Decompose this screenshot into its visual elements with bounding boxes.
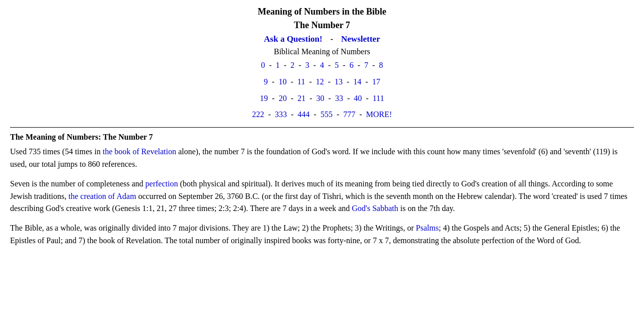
gods-sabbath-link[interactable]: God's Sabbath	[352, 204, 398, 213]
num-link-222[interactable]: 222	[252, 110, 264, 119]
creation-of-adam-link[interactable]: the creation of Adam	[68, 192, 136, 200]
perfection-link[interactable]: perfection	[145, 179, 178, 188]
numbers-row-3: 19 - 20 - 21 - 30 - 33 - 40 - 111	[10, 91, 634, 106]
num-link-7[interactable]: 7	[364, 61, 368, 69]
paragraph-2: Seven is the number of completeness and …	[10, 178, 634, 215]
paragraph-3: The Bible, as a whole, was originally di…	[10, 222, 634, 247]
num-link-6[interactable]: 6	[350, 61, 354, 69]
numbers-header: Biblical Meaning of Numbers	[10, 47, 634, 56]
newsletter-link[interactable]: Newsletter	[341, 34, 380, 44]
num-link-40[interactable]: 40	[354, 94, 362, 102]
num-link-111[interactable]: 111	[373, 94, 384, 102]
num-link-11[interactable]: 11	[297, 77, 305, 86]
ask-question-link[interactable]: Ask a Question!	[264, 34, 323, 44]
num-link-4[interactable]: 4	[320, 61, 324, 69]
num-link-1[interactable]: 1	[276, 61, 280, 69]
numbers-row-1: 0 - 1 - 2 - 3 - 4 - 5 - 6 - 7 - 8	[10, 58, 634, 73]
num-link-more[interactable]: MORE!	[366, 110, 392, 119]
numbers-row-2: 9 - 10 - 11 - 12 - 13 - 14 - 17	[10, 75, 634, 89]
num-link-21[interactable]: 21	[297, 94, 305, 102]
num-link-17[interactable]: 17	[372, 77, 380, 86]
num-link-333[interactable]: 333	[275, 110, 287, 119]
nav-separator: -	[329, 35, 335, 43]
num-link-33[interactable]: 33	[335, 94, 343, 102]
num-link-0[interactable]: 0	[261, 61, 265, 69]
section-title: The Meaning of Numbers: The Number 7	[10, 133, 634, 142]
numbers-row-4: 222 - 333 - 444 - 555 - 777 - MORE!	[10, 108, 634, 122]
num-link-3[interactable]: 3	[305, 61, 309, 69]
main-title: Meaning of Numbers in the Bible	[10, 5, 634, 19]
num-link-5[interactable]: 5	[335, 61, 339, 69]
num-link-20[interactable]: 20	[279, 94, 287, 102]
nav-links: Ask a Question! - Newsletter	[10, 34, 634, 44]
num-link-14[interactable]: 14	[353, 77, 361, 86]
psalms-link[interactable]: Psalms	[416, 224, 439, 232]
divider	[10, 127, 634, 128]
paragraph-1: Used 735 times (54 times in the book of …	[10, 146, 634, 171]
num-link-9[interactable]: 9	[264, 77, 268, 86]
num-link-8[interactable]: 8	[379, 61, 383, 69]
num-link-10[interactable]: 10	[279, 77, 287, 86]
num-link-2[interactable]: 2	[290, 61, 294, 69]
num-link-555[interactable]: 555	[320, 110, 333, 119]
num-link-30[interactable]: 30	[316, 94, 325, 102]
num-link-13[interactable]: 13	[335, 77, 343, 86]
subtitle: The Number 7	[10, 19, 634, 32]
num-link-12[interactable]: 12	[316, 77, 324, 86]
num-link-444[interactable]: 444	[298, 110, 310, 119]
book-of-revelation-link[interactable]: the book of Revelation	[103, 147, 176, 156]
header: Meaning of Numbers in the Bible The Numb…	[10, 5, 634, 122]
num-link-19[interactable]: 19	[260, 94, 268, 102]
num-link-777[interactable]: 777	[343, 110, 355, 119]
